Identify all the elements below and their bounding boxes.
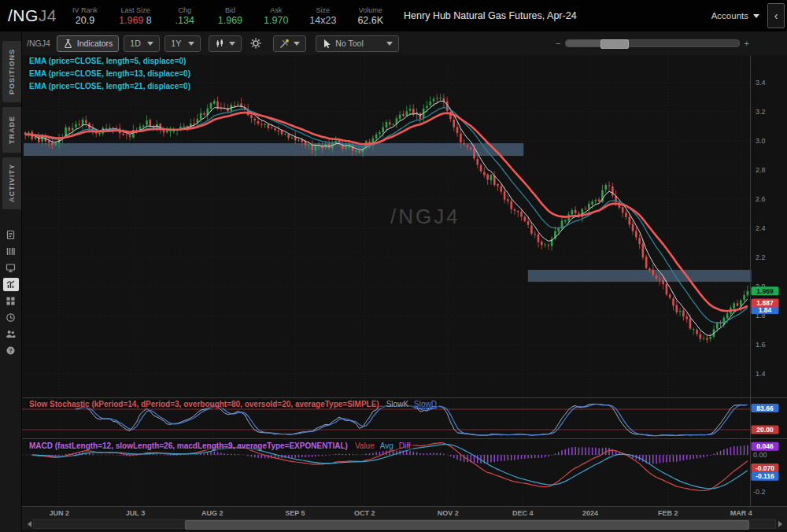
stochastic-legend: Slow Stochastic (kPeriod=14, dPeriod=3, … [27, 400, 439, 408]
sidebar-button-list[interactable] [3, 245, 19, 258]
scrollbar-track[interactable] [33, 519, 776, 529]
left-sidebar: POSITIONSTRADEACTIVITY? [0, 31, 22, 532]
timeframe-value: 1D [130, 39, 140, 48]
svg-text:1.887: 1.887 [756, 299, 774, 307]
top-bar: /NGJ4 IV Rank20.9Last Size1.969 8Chg.134… [0, 0, 787, 32]
chart-settings-button[interactable] [246, 35, 265, 52]
range-value: 1Y [171, 39, 181, 48]
sidebar-button-chart[interactable] [3, 278, 19, 291]
timeframe-dropdown[interactable]: 1D [124, 35, 160, 52]
sidebar-button-document[interactable] [3, 228, 19, 242]
stat-value: 14x23 [309, 15, 336, 26]
sidebar-button-help[interactable]: ? [3, 344, 19, 357]
stat-value: 1.969 [218, 15, 242, 26]
price-tick-label: 2.8 [756, 166, 766, 174]
sidebar-tab-trade[interactable]: TRADE [2, 107, 21, 153]
contract-description: Henry Hub Natural Gas Futures, Apr-24 [404, 10, 577, 21]
stat-label: IV Rank [72, 6, 98, 14]
sidebar-button-grid[interactable] [3, 294, 19, 308]
collapse-panel-button[interactable]: ‹ [767, 3, 785, 28]
scroll-right-button[interactable] [776, 519, 787, 529]
drawing-tools-icon [279, 39, 290, 49]
monitor-icon [6, 263, 16, 273]
help-icon: ? [6, 345, 16, 356]
ema-legend-13: EMA (price=CLOSE, length=13, displace=0) [27, 69, 193, 78]
chevron-down-icon [753, 14, 759, 21]
zoom-slider-fill [566, 40, 605, 46]
x-axis-label: MAR 4 [730, 509, 752, 517]
support-zone[interactable] [24, 143, 523, 156]
quote-stats: IV Rank20.9Last Size1.969 8Chg.134Bid1.9… [72, 6, 383, 26]
x-axis-label: OCT 2 [354, 509, 375, 517]
active-tool-dropdown[interactable]: No Tool [316, 35, 399, 52]
svg-text:20.00: 20.00 [756, 426, 774, 434]
x-axis-label: JUN 2 [49, 509, 69, 517]
time-zoom-slider[interactable]: − + [556, 38, 749, 49]
sidebar-tab-label: ACTIVITY [8, 164, 16, 202]
symbol-prefix: /NG [8, 6, 39, 24]
macd-axis-label: -0.2 [753, 488, 766, 496]
stat-ask: Ask1.970 [264, 6, 288, 26]
macd-legend: MACD (fastLength=12, slowLength=26, macd… [27, 441, 413, 450]
price-tick-label: 2.2 [756, 253, 766, 261]
chevron-down-icon [147, 42, 153, 49]
svg-text:?: ? [9, 347, 13, 354]
toolbar-symbol-label: /NGJ4 [27, 39, 50, 48]
macd-avg-label: Avg [380, 441, 394, 450]
svg-text:-0.116: -0.116 [756, 472, 774, 480]
x-axis-label: FEB 2 [658, 509, 678, 517]
zoom-out-icon[interactable]: − [556, 39, 560, 47]
accounts-label: Accounts [711, 11, 748, 20]
chart-type-dropdown[interactable] [209, 35, 242, 52]
x-axis-label: NOV 2 [438, 509, 459, 517]
price-tick-label: 1.4 [756, 370, 766, 378]
price-chart[interactable]: JUN 2JUL 3AUG 2SEP 5OCT 2NOV 2DEC 42024F… [22, 55, 787, 518]
sidebar-button-clock[interactable] [3, 311, 19, 324]
svg-text:1.969: 1.969 [756, 287, 774, 295]
horizontal-scrollbar[interactable] [22, 518, 787, 530]
svg-text:83.66: 83.66 [756, 405, 774, 412]
indicators-button[interactable]: Indicators [57, 35, 120, 52]
document-icon [6, 230, 16, 240]
candlestick-icon [215, 39, 225, 49]
chevron-down-icon [294, 42, 300, 49]
x-axis-label: JUL 3 [126, 509, 145, 517]
symbol-logo: /NGJ4 [8, 6, 57, 25]
sidebar-tab-positions[interactable]: POSITIONS [2, 41, 21, 102]
sidebar-button-monitor[interactable] [3, 261, 19, 275]
chevron-down-icon [229, 42, 235, 49]
flask-icon [63, 39, 73, 49]
indicators-label: Indicators [77, 39, 113, 48]
drawing-tool-dropdown[interactable] [273, 35, 306, 52]
sidebar-button-users[interactable] [3, 327, 19, 341]
cursor-icon [322, 39, 331, 49]
stat-volume: Volume62.6K [357, 6, 383, 26]
ema-legend-5: EMA (price=CLOSE, length=5, displace=0) [27, 57, 188, 65]
stat-label: Bid [225, 6, 235, 14]
zoom-slider-track[interactable] [565, 39, 739, 47]
stat-value: .134 [176, 15, 194, 26]
price-tick-label: 2.4 [756, 224, 766, 232]
x-axis-label: DEC 4 [512, 509, 534, 517]
main-panel: /NGJ4 Indicators 1D 1Y [22, 31, 787, 532]
slowk-line [76, 404, 748, 435]
macd-zero-label: 0.00 [753, 451, 767, 459]
range-dropdown[interactable]: 1Y [164, 35, 201, 52]
support-zone[interactable] [528, 270, 752, 282]
application-window: /NGJ4 IV Rank20.9Last Size1.969 8Chg.134… [0, 0, 787, 532]
price-tick-label: 1.6 [756, 341, 766, 349]
stochastic-legend-text: Slow Stochastic (kPeriod=14, dPeriod=3, … [29, 400, 379, 408]
macd-diff-label: Diff [399, 441, 411, 450]
price-tick-label: 3.0 [756, 137, 766, 145]
triangle-left-icon [24, 521, 31, 527]
sidebar-tab-activity[interactable]: ACTIVITY [2, 157, 21, 209]
zoom-in-icon[interactable]: + [745, 39, 749, 47]
scrollbar-thumb[interactable] [185, 520, 749, 530]
svg-text:0.046: 0.046 [756, 442, 774, 450]
scroll-left-button[interactable] [22, 519, 33, 529]
accounts-button[interactable]: Accounts [711, 11, 759, 21]
macd-value-label: Value [355, 441, 375, 450]
clock-icon [6, 312, 16, 323]
x-axis-label: AUG 2 [201, 509, 224, 517]
zoom-slider-handle[interactable] [600, 39, 629, 49]
